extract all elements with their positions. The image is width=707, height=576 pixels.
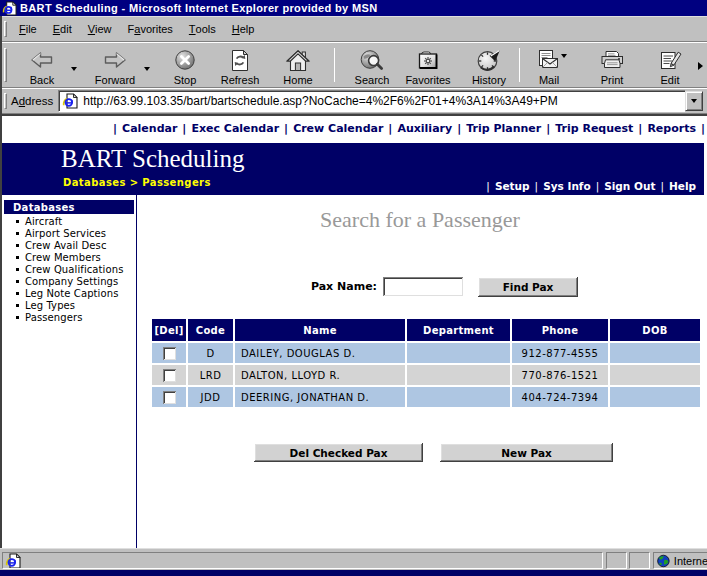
menu-tools[interactable]: Tools	[181, 17, 224, 41]
print-button[interactable]: Print	[587, 45, 637, 87]
menu-file[interactable]: File	[11, 17, 45, 41]
sidebar-item-crew-members[interactable]: Crew Members	[4, 252, 134, 264]
passenger-name[interactable]: DAILEY, DOUGLAS D.	[235, 343, 405, 363]
address-label: Address	[11, 95, 53, 107]
back-dropdown[interactable]	[68, 62, 80, 76]
menubar-grip[interactable]	[4, 21, 7, 38]
search-icon	[360, 48, 384, 72]
page-title: Search for a Passenger	[137, 207, 703, 233]
toolbar: Back Forward Stop	[0, 42, 707, 88]
row-del-cell	[152, 343, 186, 363]
sidebar-title: Databases	[4, 200, 134, 214]
menu-view[interactable]: View	[80, 17, 120, 41]
header-link-help[interactable]: Help	[669, 180, 696, 192]
menu-help[interactable]: Help	[224, 17, 263, 41]
passenger-name[interactable]: DALTON, LLOYD R.	[235, 365, 405, 385]
print-icon	[599, 48, 625, 72]
forward-dropdown[interactable]	[141, 62, 153, 76]
row-checkbox[interactable]	[163, 347, 176, 360]
row-department-cell	[407, 343, 510, 363]
edit-button[interactable]: Edit	[645, 45, 695, 87]
col-header-dob: DOB	[610, 319, 700, 341]
nav-separator: |	[541, 122, 555, 135]
address-field[interactable]: http://63.99.103.35/bart/bartschedule.as…	[58, 90, 685, 112]
forward-button[interactable]: Forward	[90, 45, 140, 87]
nav-link-trip-planner[interactable]: Trip Planner	[466, 122, 541, 135]
sidebar-item-passengers[interactable]: Passengers	[4, 311, 134, 323]
pax-name-input[interactable]	[383, 277, 463, 296]
header-link-separator: |	[655, 180, 669, 192]
row-checkbox[interactable]	[163, 369, 176, 382]
address-dropdown-button[interactable]	[685, 91, 703, 111]
del-checked-pax-button[interactable]: Del Checked Pax	[254, 443, 423, 462]
refresh-label: Refresh	[221, 74, 260, 86]
toolbar-grip[interactable]	[4, 48, 7, 82]
sidebar-item-crew-qualifications[interactable]: Crew Qualifications	[4, 264, 134, 276]
col-header-del: [Del]	[152, 319, 186, 341]
sidebar-item-leg-note-captions[interactable]: Leg Note Captions	[4, 287, 134, 299]
ie-logo-icon	[2, 1, 17, 16]
sidebar-item-aircraft[interactable]: Aircraft	[4, 216, 134, 228]
refresh-button[interactable]: Refresh	[215, 45, 265, 87]
nav-separator: |	[108, 122, 122, 135]
bullet-icon	[16, 292, 19, 295]
status-main-pane	[2, 552, 603, 569]
header-link-separator: |	[591, 180, 605, 192]
nav-separator: |	[452, 122, 466, 135]
header-link-separator: |	[530, 180, 544, 192]
sidebar-item-label: Airport Services	[25, 228, 106, 239]
toolbar-separator	[519, 48, 520, 82]
bullet-icon	[16, 316, 19, 319]
row-checkbox[interactable]	[163, 391, 176, 404]
menu-favorites[interactable]: Favorites	[120, 17, 181, 41]
pax-name-label: Pax Name:	[311, 280, 377, 293]
search-button[interactable]: Search	[347, 45, 397, 87]
row-phone-cell: 404-724-7394	[512, 387, 608, 407]
edit-label: Edit	[661, 74, 680, 86]
favorites-button[interactable]: Favorites	[403, 45, 453, 87]
addressbar-grip[interactable]	[4, 93, 7, 110]
nav-link-auxiliary[interactable]: Auxiliary	[397, 122, 452, 135]
sidebar-item-company-settings[interactable]: Company Settings	[4, 275, 134, 287]
nav-link-crew-calendar[interactable]: Crew Calendar	[293, 122, 383, 135]
chevron-down-icon	[561, 54, 567, 58]
history-button[interactable]: History	[464, 45, 514, 87]
nav-link-reports[interactable]: Reports	[647, 122, 696, 135]
menu-bar: File Edit View Favorites Tools Help	[0, 16, 707, 42]
sidebar-item-leg-types[interactable]: Leg Types	[4, 299, 134, 311]
row-phone-cell: 912-877-4555	[512, 343, 608, 363]
nav-link-calendar[interactable]: Calendar	[122, 122, 177, 135]
mail-dropdown[interactable]	[558, 49, 570, 63]
bullet-icon	[16, 220, 19, 223]
back-button[interactable]: Back	[17, 45, 67, 87]
col-header-name: Name	[235, 319, 405, 341]
sidebar-item-airport-services[interactable]: Airport Services	[4, 228, 134, 240]
sidebar-item-crew-avail-desc[interactable]: Crew Avail Desc	[4, 240, 134, 252]
passenger-name[interactable]: DEERING, JONATHAN D.	[235, 387, 405, 407]
menu-edit[interactable]: Edit	[45, 17, 80, 41]
page-ie-icon	[5, 553, 21, 569]
stop-button[interactable]: Stop	[160, 45, 210, 87]
page-viewport: |Calendar|Exec Calendar|Crew Calendar|Au…	[0, 114, 707, 548]
address-url[interactable]: http://63.99.103.35/bart/bartschedule.as…	[83, 94, 558, 108]
find-pax-button[interactable]: Find Pax	[478, 277, 578, 297]
title-bar: BART Scheduling - Microsoft Internet Exp…	[0, 0, 707, 16]
header-link-setup[interactable]: Setup	[495, 180, 530, 192]
home-button[interactable]: Home	[273, 45, 323, 87]
sidebar-list: Aircraft Airport Services Crew Avail Des…	[4, 216, 134, 323]
toolbar-overflow-chevron[interactable]	[694, 57, 706, 75]
main-panel: Search for a Passenger Pax Name: Find Pa…	[137, 195, 703, 548]
back-label: Back	[30, 74, 54, 86]
status-pane	[606, 552, 627, 569]
nav-link-exec-calendar[interactable]: Exec Calendar	[191, 122, 279, 135]
nav-link-trip-request[interactable]: Trip Request	[555, 122, 633, 135]
chevron-down-icon	[691, 99, 697, 103]
row-del-cell	[152, 365, 186, 385]
sidebar-item-label: Passengers	[25, 312, 82, 323]
header-link-signout[interactable]: Sign Out	[604, 180, 655, 192]
window-title: BART Scheduling - Microsoft Internet Exp…	[20, 2, 378, 14]
new-pax-button[interactable]: New Pax	[440, 443, 613, 462]
print-label: Print	[601, 74, 624, 86]
row-code-cell: LRD	[188, 365, 233, 385]
header-link-sysinfo[interactable]: Sys Info	[543, 180, 590, 192]
